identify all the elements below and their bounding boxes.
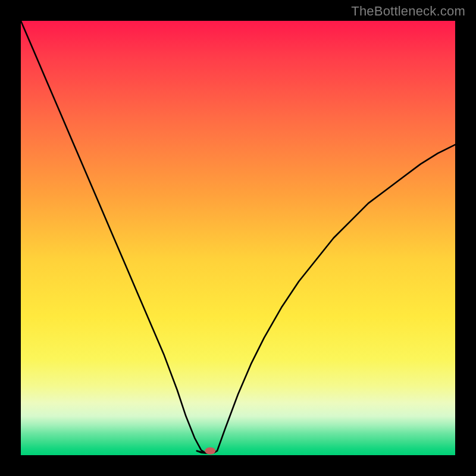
bottleneck-curve — [21, 21, 455, 453]
watermark-text: TheBottleneck.com — [351, 4, 465, 19]
chart-frame: TheBottleneck.com — [0, 0, 476, 476]
optimal-point-marker — [205, 447, 215, 455]
plot-area — [21, 21, 455, 455]
curve-layer — [21, 21, 455, 455]
